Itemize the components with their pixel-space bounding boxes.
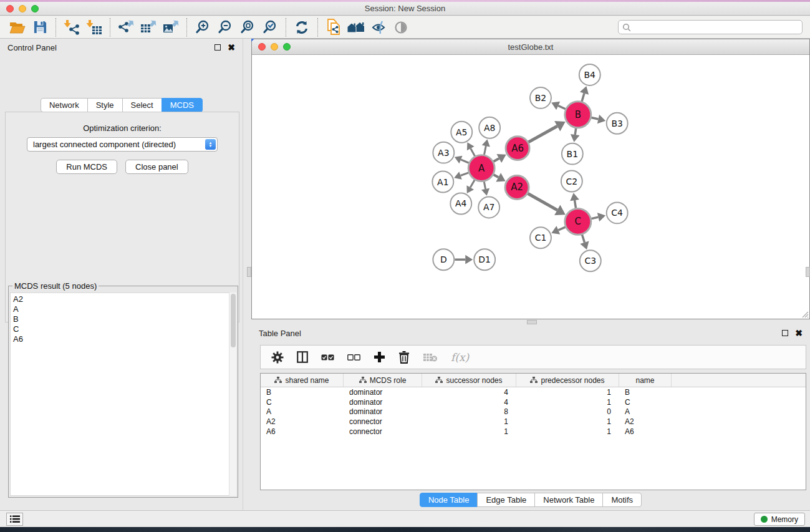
zoom-out-button[interactable] [214,18,236,37]
network-canvas[interactable]: B4B2BB3A5A8A6A3B1AA1C2A2A4A7CC4C1C3DD1 [252,56,809,319]
table-tab-edge-table[interactable]: Edge Table [477,493,535,507]
table-row[interactable]: Adominator80A [261,407,806,417]
graph-node-C1[interactable]: C1 [530,227,551,248]
table-tab-motifs[interactable]: Motifs [602,493,642,507]
graph-node-B2[interactable]: B2 [530,87,551,109]
graph-node-A2[interactable]: A2 [505,176,529,200]
graph-edge-A-A4[interactable] [470,180,475,188]
graph-edge-A-A2[interactable] [493,175,498,177]
column-header-name[interactable]: name [619,374,672,387]
graph-edge-A-A6[interactable] [493,158,499,162]
zoom-in-button[interactable] [191,18,214,37]
mcds-result-item[interactable]: B [13,314,236,324]
graph-node-A[interactable]: A [468,155,494,181]
task-history-button[interactable] [6,513,23,526]
zoom-fit-button[interactable] [236,18,259,37]
float-table-panel-button[interactable] [782,330,788,336]
close-panel-button[interactable]: ✖ [228,44,235,51]
network-minimize-button[interactable] [271,43,278,51]
graph-node-C4[interactable]: C4 [607,202,628,223]
zoom-selected-button[interactable] [259,18,281,37]
graph-edge-A-A3[interactable] [461,160,469,163]
deselect-all-button[interactable] [347,354,360,360]
graph-node-A4[interactable]: A4 [450,193,471,214]
export-image-button[interactable] [160,18,182,37]
graph-edge-C-C3[interactable] [582,235,584,242]
graph-edge-A2-C[interactable] [528,193,557,210]
table-row[interactable]: Cdominator41C [261,397,806,407]
table-row[interactable]: A6connector11A6 [261,427,806,437]
result-scrollbar[interactable] [229,293,236,496]
show-columns-button[interactable] [297,351,308,363]
graph-node-D1[interactable]: D1 [474,249,495,270]
graph-node-A7[interactable]: A7 [478,196,499,218]
graph-node-A5[interactable]: A5 [451,122,472,143]
network-window-titlebar[interactable]: testGlobe.txt [252,39,809,55]
select-all-button[interactable] [321,354,334,360]
graph-edge-C-C4[interactable] [591,217,598,218]
graph-edge-B-B1[interactable] [575,128,576,135]
tab-network[interactable]: Network [41,98,88,112]
graph-edge-A6-B[interactable] [528,126,557,142]
update-network-button[interactable] [291,18,313,37]
save-session-button[interactable] [29,18,51,37]
vertical-splitter-handle[interactable] [247,267,251,277]
graph-edge-A-A8[interactable] [484,146,486,155]
duplicate-network-button[interactable] [322,18,345,37]
graph-edge-C-C2[interactable] [575,200,576,208]
graph-node-C3[interactable]: C3 [580,250,601,271]
import-network-button[interactable] [60,18,83,37]
graph-node-A3[interactable]: A3 [433,142,454,163]
result-scrollbar-thumb[interactable] [231,294,236,347]
mcds-result-item[interactable]: A [13,304,236,314]
show-panels-button[interactable] [390,18,412,37]
graph-node-C2[interactable]: C2 [561,171,582,192]
tab-mcds[interactable]: MCDS [162,98,203,112]
export-table-button[interactable] [137,18,160,37]
tab-style[interactable]: Style [87,98,123,112]
graph-edge-A-A5[interactable] [471,148,475,156]
open-session-button[interactable] [6,18,29,37]
table-row[interactable]: A2connector11A2 [261,417,806,427]
column-header-shared-name[interactable]: shared name [261,374,344,387]
network-close-button[interactable] [258,43,266,51]
graph-node-B3[interactable]: B3 [607,113,628,134]
mcds-result-item[interactable]: C [13,324,236,334]
graph-node-B4[interactable]: B4 [579,64,600,85]
memory-button[interactable]: Memory [754,513,805,526]
graph-node-A1[interactable]: A1 [432,172,453,193]
run-mcds-button[interactable]: Run MCDS [56,160,117,174]
graph-node-C[interactable]: C [565,208,591,235]
mcds-result-list[interactable]: A2ABCA6 [10,293,236,496]
node-table[interactable]: shared nameMCDS rolesuccessor nodesprede… [260,373,806,490]
table-tab-node-table[interactable]: Node Table [420,493,478,507]
column-header-mcds-role[interactable]: MCDS role [344,374,422,387]
graph-node-A6[interactable]: A6 [506,137,529,160]
graph-edge-B-B3[interactable] [591,118,598,119]
export-network-button[interactable] [115,18,137,37]
graph-node-D[interactable]: D [433,249,454,270]
search-box[interactable] [618,20,803,34]
horizontal-splitter-handle[interactable] [527,320,537,324]
resize-grip[interactable] [801,310,809,318]
close-table-panel-button[interactable]: ✖ [795,330,803,336]
close-panel-button-2[interactable]: Close panel [125,160,188,174]
graph-edge-B-B2[interactable] [558,106,566,109]
graph-edge-B-B4[interactable] [582,94,584,102]
graph-node-B[interactable]: B [565,102,591,128]
show-all-networks-button[interactable] [345,18,367,37]
graph-node-A8[interactable]: A8 [479,117,500,138]
graph-edge-A-A1[interactable] [461,173,469,176]
search-input[interactable] [631,22,798,32]
table-row[interactable]: Bdominator41B [261,387,806,397]
delete-columns-button[interactable] [398,351,410,364]
column-header-predecessor-nodes[interactable]: predecessor nodes [516,374,619,387]
graph-edge-C-C1[interactable] [558,227,565,230]
right-splitter-handle[interactable] [806,267,810,277]
float-panel-button[interactable] [215,44,221,51]
graph-node-B1[interactable]: B1 [562,143,583,165]
table-tab-network-table[interactable]: Network Table [534,493,603,507]
mcds-result-item[interactable]: A6 [13,334,236,344]
mcds-result-item[interactable]: A2 [13,294,236,304]
create-column-button[interactable] [374,351,385,363]
